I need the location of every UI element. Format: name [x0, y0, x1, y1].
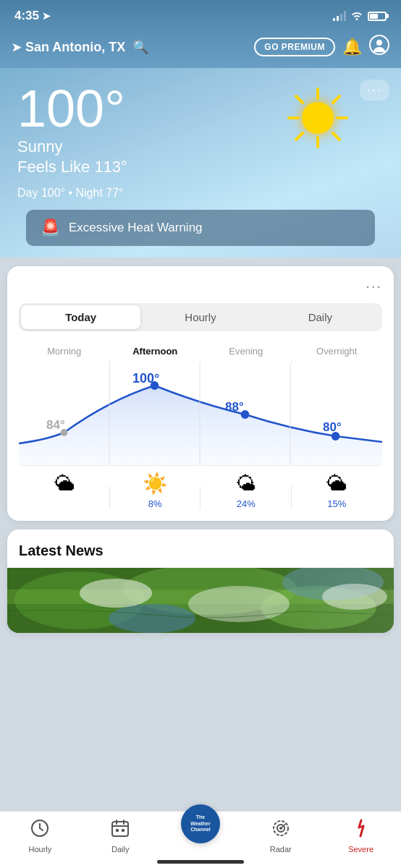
svg-point-23: [322, 584, 387, 610]
severe-icon: [352, 819, 371, 842]
warning-banner[interactable]: 🚨 Excessive Heat Warning: [26, 210, 375, 246]
news-title: Latest News: [19, 542, 382, 559]
hero-more-button[interactable]: ···: [360, 80, 389, 101]
location-arrow-icon: ➤: [42, 10, 51, 22]
svg-rect-18: [7, 590, 394, 604]
svg-line-6: [296, 96, 303, 103]
overnight-temp: 80°: [323, 420, 342, 435]
afternoon-precip-col: ☀️ 8%: [110, 472, 201, 509]
svg-rect-32: [122, 829, 124, 832]
forecast-tabs: Today Hourly Daily: [19, 303, 382, 331]
status-time: 4:35 ➤: [14, 9, 51, 23]
svg-point-16: [123, 568, 297, 615]
svg-line-7: [333, 133, 339, 140]
severe-nav-label: Severe: [348, 845, 373, 854]
morning-precip-col: 🌥: [19, 472, 110, 509]
evening-col: Evening: [200, 346, 292, 364]
overnight-precip: 15%: [327, 498, 346, 509]
overnight-weather-icon: 🌥: [326, 472, 347, 495]
svg-rect-14: [7, 568, 394, 633]
location-text: San Antonio, TX: [25, 40, 125, 55]
location-display: ➤ San Antonio, TX 🔍: [12, 39, 247, 55]
go-premium-button[interactable]: GO PREMIUM: [254, 38, 335, 56]
overnight-label: Overnight: [316, 346, 357, 357]
svg-point-1: [376, 40, 382, 46]
temperature-chart: 84° 100° 88° 80°: [19, 364, 382, 465]
bottom-spacer: [0, 642, 401, 685]
svg-point-19: [109, 604, 195, 633]
morning-col: Morning: [19, 346, 110, 364]
afternoon-label: Afternoon: [132, 346, 177, 357]
svg-point-15: [14, 571, 145, 629]
wifi-icon: [350, 10, 363, 22]
svg-point-10: [302, 102, 334, 134]
precip-row: 🌥 ☀️ 8% 🌤 24% 🌥 15%: [19, 465, 382, 509]
svg-point-22: [188, 586, 290, 622]
time-display: 4:35: [14, 9, 39, 23]
svg-point-17: [261, 586, 376, 629]
morning-weather-icon: 🌥: [54, 472, 75, 495]
morning-temp: 84°: [46, 418, 65, 433]
evening-weather-icon: 🌤: [236, 472, 256, 495]
svg-line-9: [296, 133, 303, 140]
afternoon-temp: 100°: [132, 371, 159, 386]
home-indicator: [157, 860, 244, 864]
afternoon-weather-icon: ☀️: [143, 472, 168, 495]
feels-like: Feels Like 113°: [17, 158, 384, 176]
evening-label: Evening: [229, 346, 263, 357]
notification-bell-icon[interactable]: 🔔: [342, 38, 362, 56]
nav-spacer: [0, 685, 401, 743]
location-arrow-icon: ➤: [12, 41, 21, 54]
warning-icon: 🚨: [41, 218, 60, 237]
calendar-icon: [111, 819, 130, 842]
svg-rect-27: [112, 822, 128, 836]
status-bar: 4:35 ➤: [0, 0, 401, 29]
evening-precip-col: 🌤 24%: [200, 472, 292, 509]
hourly-nav-label: Hourly: [29, 845, 52, 854]
nav-daily[interactable]: Daily: [80, 819, 161, 854]
tab-today[interactable]: Today: [21, 305, 140, 329]
news-card: Latest News: [7, 529, 394, 633]
svg-point-20: [282, 568, 384, 600]
sun-icon: [285, 85, 350, 150]
radar-nav-label: Radar: [270, 845, 292, 854]
night-temp: Night 77°: [76, 187, 124, 199]
day-night-temps: Day 100° • Night 77°: [17, 187, 384, 200]
nav-radar[interactable]: Radar: [240, 819, 321, 854]
clock-icon: [30, 819, 49, 842]
weather-hero: ··· 100° Sunny Feels Like 113° Day 100° …: [0, 68, 401, 258]
warning-text: Excessive Heat Warning: [69, 221, 203, 235]
nav-weather-channel[interactable]: TheWeatherChannel: [161, 819, 241, 854]
afternoon-col: Afternoon: [110, 346, 201, 364]
nav-hourly[interactable]: Hourly: [0, 819, 80, 854]
signal-icon: [333, 11, 346, 21]
evening-precip: 24%: [237, 498, 256, 509]
svg-line-8: [333, 96, 339, 103]
svg-line-26: [40, 828, 43, 830]
forecast-periods: Morning Afternoon Evening Overnight: [19, 346, 382, 364]
day-temp: Day 100°: [17, 187, 65, 199]
search-icon[interactable]: 🔍: [132, 39, 148, 55]
nav-severe[interactable]: Severe: [321, 819, 401, 854]
radar-icon: [271, 819, 290, 842]
status-icons: [333, 10, 387, 22]
overnight-col: Overnight: [292, 346, 383, 364]
morning-label: Morning: [47, 346, 81, 357]
afternoon-precip: 8%: [148, 498, 162, 509]
svg-point-21: [80, 579, 152, 608]
overnight-precip-col: 🌥 15%: [292, 472, 383, 509]
weather-channel-icon: TheWeatherChannel: [181, 804, 220, 843]
battery-icon: [368, 12, 387, 21]
forecast-card: ··· Today Hourly Daily Morning Afternoon…: [7, 266, 394, 521]
evening-temp: 88°: [225, 400, 244, 414]
card-more-button[interactable]: ···: [366, 278, 382, 294]
tab-daily[interactable]: Daily: [261, 305, 380, 329]
chart-svg: [19, 364, 382, 465]
daily-nav-label: Daily: [111, 845, 129, 854]
profile-icon[interactable]: [369, 35, 389, 59]
news-image: [7, 568, 394, 633]
svg-rect-31: [116, 829, 119, 832]
nav-bar: ➤ San Antonio, TX 🔍 GO PREMIUM 🔔: [0, 29, 401, 68]
tab-hourly[interactable]: Hourly: [140, 305, 260, 329]
